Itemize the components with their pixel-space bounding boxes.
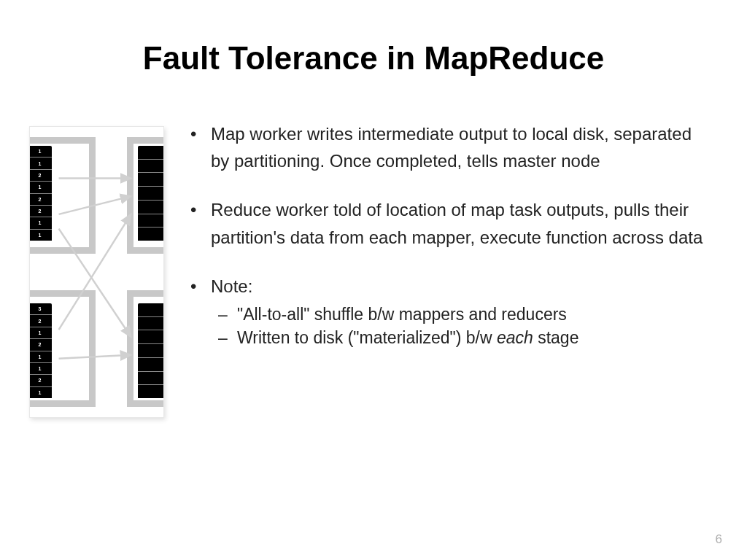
data-cell: 1: [29, 351, 52, 363]
sub-bullet-text-tail: stage: [533, 328, 579, 347]
reducer-data-2: [138, 303, 164, 398]
data-cell: 2: [29, 194, 52, 206]
content-row: 1 1 2 1 2 2 1 1: [0, 91, 747, 418]
data-cell: [138, 187, 164, 201]
mapper-data-2: 3 2 1 2 1 1 2 1: [29, 303, 52, 398]
data-cell: [138, 372, 164, 386]
slide-title: Fault Tolerance in MapReduce: [0, 0, 747, 91]
data-cell: 1: [29, 387, 52, 398]
sub-bullet-item: "All-to-all" shuffle b/w mappers and red…: [211, 303, 711, 326]
data-cell: [138, 160, 164, 174]
data-cell: 3: [29, 303, 52, 315]
data-cell: 1: [29, 230, 52, 241]
data-cell: 1: [29, 146, 52, 158]
data-cell: 2: [29, 375, 52, 386]
bullet-item: Note: "All-to-all" shuffle b/w mappers a…: [186, 273, 711, 350]
data-cell: [138, 146, 164, 160]
data-cell: 2: [29, 206, 52, 217]
data-cell: [138, 201, 164, 214]
sub-bullet-item: Written to disk ("materialized") b/w eac…: [211, 326, 711, 349]
data-cell: 2: [29, 339, 52, 351]
data-cell: 1: [29, 217, 52, 229]
mapper-data-1: 1 1 2 1 2 2 1 1: [29, 146, 52, 241]
data-cell: 1: [29, 182, 52, 193]
data-cell: 2: [29, 170, 52, 182]
data-cell: [138, 317, 164, 331]
data-cell: [138, 228, 164, 241]
diagram-column: 1 1 2 1 2 2 1 1: [29, 120, 164, 418]
bullet-item: Map worker writes intermediate output to…: [186, 120, 711, 174]
data-cell: [138, 214, 164, 228]
data-cell: 2: [29, 315, 52, 327]
page-number: 6: [716, 532, 722, 547]
sub-bullet-list: "All-to-all" shuffle b/w mappers and red…: [211, 303, 711, 349]
data-cell: 1: [29, 158, 52, 169]
data-cell: [138, 344, 164, 358]
bullet-text: Note:: [211, 276, 252, 296]
data-cell: [138, 385, 164, 398]
data-cell: [138, 303, 164, 317]
data-cell: [138, 173, 164, 187]
data-cell: 1: [29, 327, 52, 339]
bullet-content: Map worker writes intermediate output to…: [186, 120, 711, 418]
data-cell: [138, 330, 164, 344]
data-cell: [138, 358, 164, 372]
sub-bullet-text: Written to disk ("materialized") b/w: [237, 328, 497, 347]
italic-word: each: [497, 328, 533, 347]
mapreduce-diagram: 1 1 2 1 2 2 1 1: [29, 126, 164, 418]
data-cell: 1: [29, 363, 52, 375]
bullet-list: Map worker writes intermediate output to…: [186, 120, 711, 349]
reducer-data-1: [138, 146, 164, 241]
bullet-item: Reduce worker told of location of map ta…: [186, 196, 711, 250]
